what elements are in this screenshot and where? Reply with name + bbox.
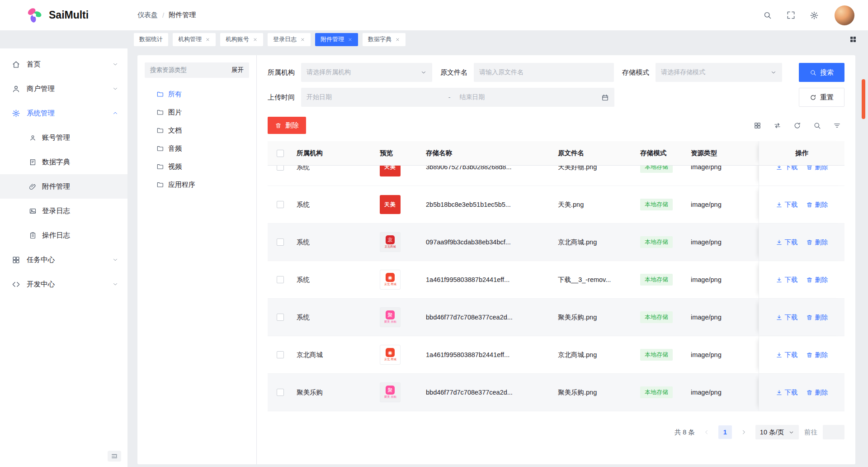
download-link[interactable]: 下载 bbox=[776, 388, 798, 397]
next-page-button[interactable] bbox=[737, 426, 750, 438]
breadcrumb-item-dashboard[interactable]: 仪表盘 bbox=[137, 11, 158, 19]
sidebar-item-dev-center[interactable]: 开发中心 bbox=[0, 272, 127, 296]
sidebar-item-home[interactable]: 首页 bbox=[0, 52, 127, 76]
tab-org-account[interactable]: 机构账号 bbox=[220, 33, 263, 46]
folder-icon bbox=[156, 127, 164, 134]
download-link[interactable]: 下载 bbox=[776, 313, 798, 322]
storage-mode-badge: 本地存储 bbox=[640, 236, 673, 248]
row-checkbox[interactable] bbox=[277, 238, 284, 246]
tab-login-log[interactable]: 登录日志 bbox=[268, 33, 311, 46]
delete-link[interactable]: 删除 bbox=[806, 351, 828, 359]
row-checkbox[interactable] bbox=[277, 166, 284, 171]
delete-link[interactable]: 删除 bbox=[806, 238, 828, 247]
chevron-down-icon bbox=[112, 61, 118, 67]
delete-link[interactable]: 删除 bbox=[806, 200, 828, 209]
page-number-button[interactable]: 1 bbox=[718, 425, 732, 439]
attachment-icon bbox=[29, 183, 37, 191]
scrollbar-thumb[interactable] bbox=[862, 79, 865, 119]
fullscreen-icon[interactable] bbox=[785, 10, 797, 21]
expand-all-button[interactable]: 展开 bbox=[231, 66, 244, 74]
tab-data-dict[interactable]: 数据字典 bbox=[363, 33, 406, 46]
tab-org-mgmt[interactable]: 机构管理 bbox=[173, 33, 216, 46]
sidebar-item-login-log[interactable]: 登录日志 bbox=[0, 199, 127, 223]
tab-close-icon[interactable] bbox=[348, 37, 353, 42]
user-avatar[interactable] bbox=[835, 5, 854, 25]
tree-node-4[interactable]: 视频 bbox=[156, 157, 249, 176]
tab-close-icon[interactable] bbox=[205, 37, 210, 42]
download-link[interactable]: 下载 bbox=[776, 276, 798, 284]
sidebar-item-op-log[interactable]: 操作日志 bbox=[0, 223, 127, 248]
download-link[interactable]: 下载 bbox=[776, 351, 798, 359]
settings-gear-icon[interactable] bbox=[808, 10, 820, 21]
delete-link[interactable]: 删除 bbox=[806, 166, 828, 172]
column-header-storage-name: 存储名称 bbox=[422, 149, 554, 157]
apps-grid-icon[interactable] bbox=[849, 35, 857, 43]
tree-node-2[interactable]: 文档 bbox=[156, 121, 249, 139]
search-icon[interactable] bbox=[761, 10, 773, 21]
delete-link[interactable]: 删除 bbox=[806, 388, 828, 397]
preview-thumbnail[interactable]: 京京北商城 bbox=[380, 232, 401, 252]
tab-label: 机构账号 bbox=[226, 35, 249, 43]
sidebar-item-data-dict[interactable]: 数据字典 bbox=[0, 150, 127, 174]
filename-input[interactable]: 请输入原文件名 bbox=[474, 63, 614, 82]
pagination: 共 8 条 1 10 条/页 前往 bbox=[268, 425, 844, 451]
storage-mode-badge: 本地存储 bbox=[640, 274, 673, 286]
row-checkbox[interactable] bbox=[277, 351, 284, 358]
prev-page-button[interactable] bbox=[700, 426, 713, 438]
storage-mode-badge: 本地存储 bbox=[640, 166, 673, 173]
tab-label: 数据字典 bbox=[368, 35, 392, 43]
resource-type-search-input[interactable]: 搜索资源类型 展开 bbox=[145, 62, 249, 78]
tab-close-icon[interactable] bbox=[395, 37, 400, 42]
main-area: 首页商户管理系统管理账号管理数据字典附件管理登录日志操作日志任务中心开发中心 搜… bbox=[0, 48, 868, 467]
delete-link[interactable]: 删除 bbox=[806, 276, 828, 284]
date-range-picker[interactable]: 开始日期 - 结束日期 bbox=[301, 88, 614, 107]
sidebar-collapse-button[interactable] bbox=[108, 451, 121, 462]
page-size-select[interactable]: 10 条/页 bbox=[755, 425, 799, 439]
preview-thumbnail[interactable]: 聚聚美 乐购 bbox=[380, 382, 401, 402]
tree-node-0[interactable]: 所有 bbox=[156, 85, 249, 103]
reset-button[interactable]: 重置 bbox=[799, 88, 844, 107]
sidebar-item-task-center[interactable]: 任务中心 bbox=[0, 248, 127, 272]
org-select[interactable]: 请选择所属机构 bbox=[301, 63, 432, 82]
swap-columns-icon[interactable] bbox=[769, 118, 785, 133]
header-actions bbox=[761, 5, 854, 25]
filename-input-placeholder: 请输入原文件名 bbox=[479, 68, 524, 76]
delete-link[interactable]: 删除 bbox=[806, 313, 828, 322]
sidebar-item-attachment-mgmt[interactable]: 附件管理 bbox=[0, 174, 127, 199]
preview-thumbnail[interactable]: 天美 bbox=[380, 166, 401, 176]
preview-thumbnail[interactable]: 天美 bbox=[380, 195, 401, 214]
preview-thumbnail[interactable]: 聚聚美 乐购 bbox=[380, 307, 401, 327]
filter-lines-icon[interactable] bbox=[829, 118, 844, 133]
cell-preview: ◉京北 商城 bbox=[376, 345, 422, 365]
download-link[interactable]: 下载 bbox=[776, 166, 798, 172]
tab-attachment-mgmt[interactable]: 附件管理 bbox=[315, 33, 358, 46]
cell-preview: 聚聚美 乐购 bbox=[376, 307, 422, 327]
tree-node-5[interactable]: 应用程序 bbox=[156, 176, 249, 194]
download-link[interactable]: 下载 bbox=[776, 200, 798, 209]
sidebar-item-system[interactable]: 系统管理 bbox=[0, 101, 127, 125]
sidebar-item-merchant[interactable]: 商户管理 bbox=[0, 76, 127, 101]
tab-close-icon[interactable] bbox=[253, 37, 258, 42]
search-icon[interactable] bbox=[809, 118, 825, 133]
download-link[interactable]: 下载 bbox=[776, 238, 798, 247]
table-row: 京北商城◉京北 商城1a461f995803887b2441eff...京北商城… bbox=[268, 336, 844, 374]
row-checkbox[interactable] bbox=[277, 201, 284, 208]
select-all-checkbox[interactable] bbox=[277, 150, 284, 157]
tab-data-stats[interactable]: 数据统计 bbox=[134, 33, 168, 46]
goto-page-input[interactable] bbox=[823, 425, 844, 439]
tree-node-1[interactable]: 图片 bbox=[156, 103, 249, 121]
sidebar-item-account-mgmt[interactable]: 账号管理 bbox=[0, 125, 127, 150]
tree-node-3[interactable]: 音频 bbox=[156, 139, 249, 157]
search-button[interactable]: 搜索 bbox=[799, 63, 844, 82]
density-icon[interactable] bbox=[750, 118, 765, 133]
row-checkbox[interactable] bbox=[277, 276, 284, 283]
tab-close-icon[interactable] bbox=[300, 37, 305, 42]
chevron-down-icon bbox=[770, 69, 777, 76]
row-checkbox[interactable] bbox=[277, 314, 284, 321]
preview-thumbnail[interactable]: ◉京北 商城 bbox=[380, 270, 401, 290]
preview-thumbnail[interactable]: ◉京北 商城 bbox=[380, 345, 401, 365]
storage-mode-select[interactable]: 请选择存储模式 bbox=[656, 63, 782, 82]
row-checkbox[interactable] bbox=[277, 389, 284, 396]
refresh-icon[interactable] bbox=[789, 118, 805, 133]
batch-delete-button[interactable]: 删除 bbox=[268, 117, 306, 134]
